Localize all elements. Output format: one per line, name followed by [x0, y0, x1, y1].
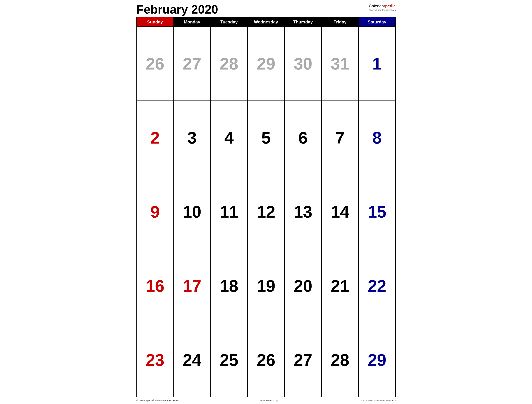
header-monday: Monday [174, 17, 211, 27]
day-cell: 28 [211, 27, 247, 101]
header-thursday: Thursday [285, 17, 322, 27]
days-of-week-row: Sunday Monday Tuesday Wednesday Thursday… [137, 17, 396, 27]
day-cell: 7 [322, 101, 359, 175]
footer-left: © Calendarpedia® www.calendarpedia.com [136, 399, 179, 402]
day-cell: 10 [174, 175, 211, 249]
page-title: February 2020 [136, 3, 218, 15]
day-cell: 31 [322, 27, 359, 101]
day-cell: 29 [359, 323, 396, 397]
day-cell: 27 [174, 27, 211, 101]
day-cell: 16 [137, 249, 174, 323]
footer: © Calendarpedia® www.calendarpedia.com 1… [136, 398, 396, 402]
day-cell: 12 [247, 175, 285, 249]
day-cell: 1 [359, 27, 396, 101]
day-cell: 22 [359, 249, 396, 323]
header-tuesday: Tuesday [211, 17, 247, 27]
week-row-3: 16171819202122 [137, 249, 396, 323]
week-row-1: 2345678 [137, 101, 396, 175]
week-row-4: 23242526272829 [137, 323, 396, 397]
header-saturday: Saturday [359, 17, 396, 27]
day-cell: 20 [285, 249, 322, 323]
day-cell: 9 [137, 175, 174, 249]
day-cell: 28 [322, 323, 359, 397]
day-cell: 25 [211, 323, 247, 397]
day-cell: 21 [322, 249, 359, 323]
brand-tagline: Your source for calendars [369, 9, 396, 12]
day-cell: 15 [359, 175, 396, 249]
day-cell: 26 [137, 27, 174, 101]
day-cell: 26 [247, 323, 285, 397]
day-cell: 27 [285, 323, 322, 397]
brand-calendar-text: Calendar [369, 4, 385, 8]
day-cell: 3 [174, 101, 211, 175]
day-cell: 6 [285, 101, 322, 175]
brand-pedia-text: pedia [385, 4, 396, 8]
day-cell: 4 [211, 101, 247, 175]
day-cell: 23 [137, 323, 174, 397]
day-cell: 8 [359, 101, 396, 175]
day-cell: 11 [211, 175, 247, 249]
header-wednesday: Wednesday [247, 17, 285, 27]
day-cell: 29 [247, 27, 285, 101]
day-cell: 13 [285, 175, 322, 249]
header-friday: Friday [322, 17, 359, 27]
footer-center: 17: Presidents' Day [260, 399, 279, 402]
day-cell: 19 [247, 249, 285, 323]
brand-logo: Calendarpedia Your source for calendars [369, 3, 396, 12]
day-cell: 30 [285, 27, 322, 101]
header-sunday: Sunday [137, 17, 174, 27]
day-cell: 17 [174, 249, 211, 323]
footer-right: Data provided 'as is' without warranty [360, 399, 396, 402]
week-row-0: 2627282930311 [137, 27, 396, 101]
day-cell: 24 [174, 323, 211, 397]
day-cell: 14 [322, 175, 359, 249]
day-cell: 18 [211, 249, 247, 323]
calendar-table: Sunday Monday Tuesday Wednesday Thursday… [136, 17, 396, 397]
day-cell: 2 [137, 101, 174, 175]
week-row-2: 9101112131415 [137, 175, 396, 249]
day-cell: 5 [247, 101, 285, 175]
